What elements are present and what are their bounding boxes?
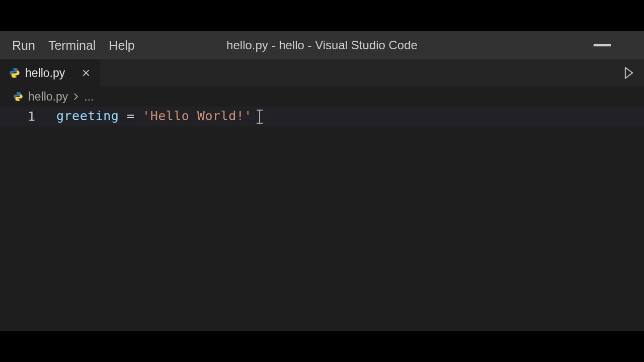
text-cursor [259, 110, 260, 124]
close-icon [82, 68, 91, 77]
breadcrumb-trail[interactable]: ... [84, 90, 94, 104]
line-number: 1 [0, 109, 56, 124]
chevron-right-icon [73, 90, 79, 104]
python-icon [13, 92, 23, 102]
editor-line[interactable]: 1 greeting = 'Hello World!' [0, 107, 644, 126]
token-operator: = [119, 109, 142, 123]
breadcrumb-file[interactable]: hello.py [28, 90, 68, 104]
tab-close-button[interactable] [79, 66, 93, 80]
tab-hello-py[interactable]: hello.py [0, 59, 101, 86]
minimize-button[interactable] [591, 31, 614, 59]
run-file-button[interactable] [619, 59, 639, 86]
play-icon [624, 67, 634, 79]
titlebar: Run Terminal Help hello.py - hello - Vis… [0, 31, 644, 59]
token-string: 'Hello World!' [142, 109, 252, 123]
tab-label: hello.py [25, 66, 65, 80]
menubar: Run Terminal Help [0, 38, 135, 53]
window-title: hello.py - hello - Visual Studio Code [226, 38, 418, 52]
menu-terminal[interactable]: Terminal [48, 38, 96, 53]
vscode-window: Run Terminal Help hello.py - hello - Vis… [0, 31, 644, 331]
token-variable: greeting [56, 109, 119, 123]
breadcrumb[interactable]: hello.py ... [0, 86, 644, 107]
python-icon [9, 67, 20, 78]
menu-help[interactable]: Help [109, 38, 134, 53]
menu-run[interactable]: Run [12, 38, 35, 53]
editor[interactable]: 1 greeting = 'Hello World!' [0, 107, 644, 331]
tabbar: hello.py [0, 59, 644, 86]
code-content[interactable]: greeting = 'Hello World!' [56, 109, 260, 124]
minimize-icon [591, 34, 614, 57]
